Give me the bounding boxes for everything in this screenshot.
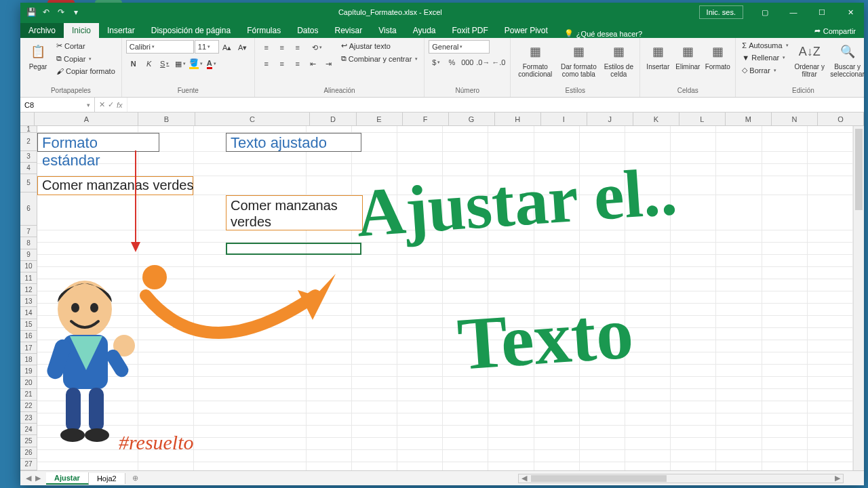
column-header-f[interactable]: F [403, 113, 449, 126]
increase-decimal-button[interactable]: .0→ [475, 55, 490, 70]
tab-help[interactable]: Ayuda [405, 23, 444, 38]
align-bottom-button[interactable]: ≡ [290, 40, 305, 55]
row-header-1[interactable]: 1 [20, 126, 37, 133]
align-middle-button[interactable]: ≡ [275, 40, 290, 55]
tab-powerpivot[interactable]: Power Pivot [496, 23, 556, 38]
sheet-tab-active[interactable]: Ajustar [46, 472, 89, 485]
row-header-22[interactable]: 22 [20, 401, 37, 412]
column-header-h[interactable]: H [495, 113, 541, 126]
delete-cells-button[interactable]: ▦Eliminar [674, 40, 701, 70]
row-header-8[interactable]: 8 [20, 237, 37, 249]
column-header-k[interactable]: K [633, 113, 679, 126]
row-header-4[interactable]: 4 [20, 163, 37, 174]
minimize-button[interactable]: — [780, 3, 807, 22]
format-painter-button[interactable]: 🖌Copiar formato [54, 66, 117, 77]
cancel-formula-icon[interactable]: ✕ [99, 100, 105, 109]
formula-bar[interactable] [127, 98, 864, 112]
row-header-25[interactable]: 25 [20, 435, 37, 447]
column-header-d[interactable]: D [310, 113, 356, 126]
cells-area[interactable]: Formato estándar Texto ajustado Comer ma… [37, 126, 864, 470]
conditional-format-button[interactable]: ▦Formato condicional [515, 40, 555, 78]
column-header-a[interactable]: A [35, 113, 138, 126]
underline-button[interactable]: S [157, 56, 172, 71]
accept-formula-icon[interactable]: ✓ [108, 100, 114, 109]
font-name-select[interactable]: Calibri [126, 40, 194, 54]
name-box[interactable]: C8 ▾ [20, 98, 95, 112]
row-header-5[interactable]: 5 [20, 174, 37, 192]
vertical-scrollbar[interactable] [853, 126, 864, 470]
maximize-button[interactable]: ☐ [808, 3, 835, 22]
tab-view[interactable]: Vista [370, 23, 404, 38]
align-center-button[interactable]: ≡ [275, 56, 290, 71]
row-header-10[interactable]: 10 [20, 261, 37, 272]
horizontal-scroll-thumb[interactable] [531, 475, 667, 482]
tab-file[interactable]: Archivo [20, 23, 64, 38]
row-header-11[interactable]: 11 [20, 272, 37, 284]
tell-me-search[interactable]: 💡 ¿Qué desea hacer? [564, 29, 642, 38]
number-format-select[interactable]: General [429, 40, 490, 54]
wrap-text-button[interactable]: ↩Ajustar texto [339, 40, 420, 52]
cell-styles-button[interactable]: ▦Estilos de celda [601, 40, 635, 78]
find-select-button[interactable]: 🔍Buscar y seleccionar [829, 40, 867, 78]
italic-button[interactable]: K [142, 56, 157, 71]
align-right-button[interactable]: ≡ [290, 56, 305, 71]
row-header-19[interactable]: 19 [20, 365, 37, 377]
row-header-27[interactable]: 27 [20, 459, 37, 470]
qat-dropdown-icon[interactable]: ▾ [71, 7, 81, 18]
decrease-font-button[interactable]: A▾ [235, 40, 250, 55]
column-header-c[interactable]: C [195, 113, 311, 126]
row-header-7[interactable]: 7 [20, 226, 37, 237]
currency-button[interactable]: $ [429, 55, 443, 70]
column-header-m[interactable]: M [726, 113, 772, 126]
select-all-corner[interactable] [20, 113, 35, 126]
row-header-3[interactable]: 3 [20, 151, 37, 163]
row-header-24[interactable]: 24 [20, 424, 37, 435]
insert-cells-button[interactable]: ▦Insertar [644, 40, 671, 70]
fill-color-button[interactable]: 🪣 [189, 56, 203, 71]
row-header-9[interactable]: 9 [20, 249, 37, 261]
sort-filter-button[interactable]: A↓ZOrdenar y filtrar [793, 40, 826, 78]
clear-button[interactable]: ◇Borrar [740, 64, 790, 76]
scroll-left-icon[interactable]: ◀ [519, 474, 530, 483]
column-header-o[interactable]: O [818, 113, 864, 126]
decrease-indent-button[interactable]: ⇤ [306, 56, 321, 71]
row-header-21[interactable]: 21 [20, 389, 37, 401]
align-top-button[interactable]: ≡ [259, 40, 274, 55]
share-button[interactable]: ➦ Compartir [806, 24, 864, 38]
column-header-g[interactable]: G [449, 113, 495, 126]
horizontal-scrollbar[interactable]: ◀ ▶ [518, 474, 844, 483]
format-cells-button[interactable]: ▦Formato [704, 40, 731, 70]
save-icon[interactable]: 💾 [26, 7, 37, 18]
column-header-j[interactable]: J [587, 113, 633, 126]
tab-review[interactable]: Revisar [327, 23, 371, 38]
tab-home[interactable]: Inicio [64, 23, 99, 38]
vertical-scroll-thumb[interactable] [855, 129, 863, 210]
sign-in-button[interactable]: Inic. ses. [699, 5, 743, 19]
row-header-12[interactable]: 12 [20, 284, 37, 296]
orientation-button[interactable]: ⟲ [310, 40, 325, 55]
worksheet-grid[interactable]: ABCDEFGHIJKLMNO 123456789101112131415161… [20, 113, 864, 470]
scroll-right-icon[interactable]: ▶ [832, 474, 843, 483]
increase-indent-button[interactable]: ⇥ [321, 56, 336, 71]
fill-button[interactable]: ▼Rellenar [740, 52, 790, 63]
fx-icon[interactable]: fx [117, 101, 123, 109]
row-header-26[interactable]: 26 [20, 447, 37, 459]
tab-foxit[interactable]: Foxit PDF [443, 23, 496, 38]
close-button[interactable]: ✕ [837, 3, 864, 22]
autosum-button[interactable]: ΣAutosuma [740, 40, 790, 51]
ribbon-options-icon[interactable]: ▢ [751, 3, 778, 22]
thousands-button[interactable]: 000 [460, 55, 475, 70]
increase-font-button[interactable]: A▴ [220, 40, 235, 55]
merge-center-button[interactable]: ⧉Combinar y centrar [339, 53, 420, 64]
align-left-button[interactable]: ≡ [259, 56, 274, 71]
tab-formulas[interactable]: Fórmulas [239, 23, 289, 38]
borders-button[interactable]: ▦ [173, 56, 188, 71]
add-sheet-button[interactable]: ⊕ [125, 474, 145, 483]
row-header-2[interactable]: 2 [20, 133, 37, 151]
format-as-table-button[interactable]: ▦Dar formato como tabla [558, 40, 599, 78]
column-header-n[interactable]: N [772, 113, 818, 126]
undo-icon[interactable]: ↶ [41, 7, 52, 18]
decrease-decimal-button[interactable]: ←.0 [491, 55, 506, 70]
redo-icon[interactable]: ↷ [56, 7, 66, 18]
row-header-17[interactable]: 17 [20, 342, 37, 354]
